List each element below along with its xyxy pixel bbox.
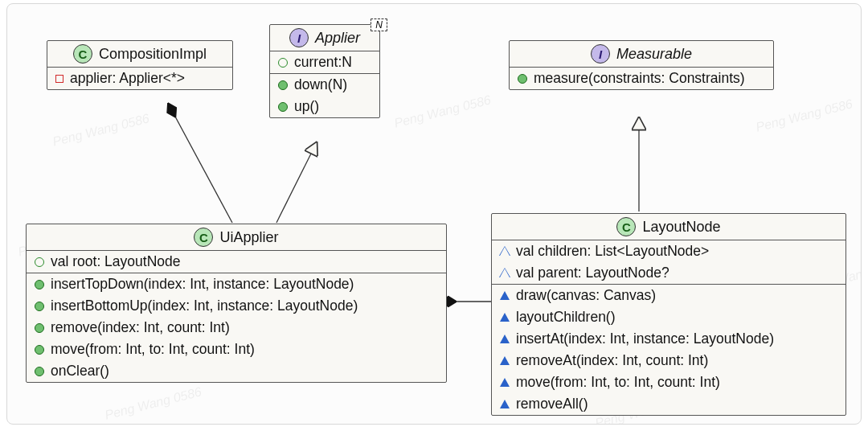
interface-stereotype-icon: I: [591, 44, 610, 64]
class-ui-applier: C UiApplier val root: LayoutNode insertT…: [26, 224, 447, 383]
member-text: down(N): [294, 76, 347, 93]
class-name: UiApplier: [219, 229, 278, 246]
class-operation: move(from: Int, to: Int, count: Int): [27, 339, 446, 360]
svg-line-1: [276, 142, 317, 223]
diagram-canvas: Peng Wang 0586 Peng Wang 0586 Peng Wang …: [6, 3, 862, 425]
visibility-icon: [500, 247, 510, 256]
class-operation: remove(index: Int, count: Int): [27, 317, 446, 339]
class-operation: insertBottomUp(index: Int, instance: Lay…: [27, 295, 446, 317]
member-text: measure(constraints: Constraints): [534, 70, 745, 87]
member-text: removeAll(): [516, 396, 588, 413]
visibility-icon: [500, 378, 510, 387]
member-text: draw(canvas: Canvas): [516, 287, 656, 304]
class-operation: insertTopDown(index: Int, instance: Layo…: [27, 273, 446, 295]
class-attribute: val parent: LayoutNode?: [492, 262, 845, 284]
class-operation: insertAt(index: Int, instance: LayoutNod…: [492, 328, 845, 350]
class-operation: removeAt(index: Int, count: Int): [492, 350, 845, 371]
visibility-icon: [35, 367, 44, 376]
class-name: Applier: [315, 30, 360, 47]
interface-measurable: I Measurable measure(constraints: Constr…: [509, 40, 774, 90]
class-operation: draw(canvas: Canvas): [492, 285, 845, 306]
watermark: Peng Wang 0586: [104, 384, 203, 422]
class-title: C UiApplier: [27, 224, 446, 250]
member-text: val root: LayoutNode: [51, 253, 181, 270]
class-operation: removeAll(): [492, 393, 845, 415]
class-stereotype-icon: C: [616, 217, 636, 236]
member-text: insertAt(index: Int, instance: LayoutNod…: [516, 330, 774, 347]
member-text: insertBottomUp(index: Int, instance: Lay…: [51, 298, 358, 314]
visibility-icon: [500, 291, 510, 300]
class-attribute: applier: Applier<*>: [47, 68, 232, 89]
class-composition-impl: C CompositionImpl applier: Applier<*>: [47, 40, 233, 90]
visibility-icon: [278, 102, 288, 112]
member-text: val parent: LayoutNode?: [516, 265, 669, 281]
svg-line-0: [175, 117, 232, 223]
member-text: up(): [294, 98, 319, 115]
class-operation: down(N): [270, 74, 379, 96]
class-name: CompositionImpl: [99, 46, 207, 63]
visibility-icon: [35, 323, 44, 333]
visibility-icon: [35, 302, 44, 311]
class-stereotype-icon: C: [194, 228, 213, 247]
class-layout-node: C LayoutNode val children: List<LayoutNo…: [491, 213, 846, 416]
watermark: Peng Wang 0586: [393, 92, 493, 130]
visibility-icon: [278, 58, 288, 68]
class-operation: layoutChildren(): [492, 306, 845, 328]
class-attribute: val root: LayoutNode: [27, 251, 446, 273]
class-name: Measurable: [616, 46, 692, 63]
interface-stereotype-icon: I: [289, 28, 309, 47]
class-attribute: current:N: [270, 51, 379, 73]
class-stereotype-icon: C: [73, 44, 92, 64]
member-text: move(from: Int, to: Int, count: Int): [516, 374, 720, 391]
member-text: remove(index: Int, count: Int): [51, 319, 230, 336]
member-text: removeAt(index: Int, count: Int): [516, 352, 708, 369]
visibility-icon: [500, 356, 510, 365]
watermark: Peng Wang 0586: [755, 96, 854, 134]
template-param: N: [371, 18, 387, 31]
member-text: move(from: Int, to: Int, count: Int): [51, 341, 255, 358]
class-operation: measure(constraints: Constraints): [510, 68, 773, 89]
visibility-icon: [278, 80, 288, 90]
class-operation: up(): [270, 96, 379, 117]
class-title: C CompositionImpl: [47, 41, 232, 67]
class-name: LayoutNode: [642, 219, 720, 236]
member-text: layoutChildren(): [516, 309, 616, 326]
class-title: I Measurable: [510, 41, 773, 67]
class-title: C LayoutNode: [492, 214, 845, 240]
visibility-icon: [35, 280, 44, 289]
visibility-icon: [518, 74, 527, 84]
visibility-icon: [500, 269, 510, 277]
member-text: val children: List<LayoutNode>: [516, 243, 709, 260]
watermark: Peng Wang 0586: [51, 111, 151, 149]
class-title: I Applier: [270, 25, 379, 51]
member-text: insertTopDown(index: Int, instance: Layo…: [51, 276, 354, 293]
visibility-icon: [500, 400, 510, 408]
visibility-icon: [55, 75, 63, 83]
visibility-icon: [35, 345, 44, 355]
visibility-icon: [500, 335, 510, 343]
member-text: onClear(): [51, 363, 109, 380]
member-text: current:N: [294, 54, 352, 71]
class-operation: move(from: Int, to: Int, count: Int): [492, 371, 845, 393]
visibility-icon: [500, 313, 510, 322]
class-attribute: val children: List<LayoutNode>: [492, 240, 845, 262]
interface-applier: N I Applier current:N down(N) up(): [269, 24, 380, 118]
class-operation: onClear(): [27, 360, 446, 382]
member-text: applier: Applier<*>: [70, 70, 185, 87]
visibility-icon: [35, 257, 44, 267]
